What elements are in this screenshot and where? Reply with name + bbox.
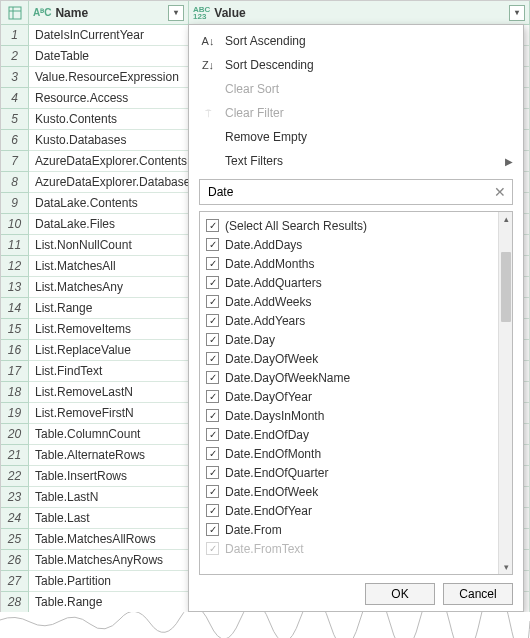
sort-descending[interactable]: Z↓ Sort Descending: [189, 53, 523, 77]
row-number[interactable]: 1: [1, 25, 29, 46]
column-dropdown-name[interactable]: ▾: [168, 5, 184, 21]
cell-name[interactable]: List.Range: [29, 298, 189, 319]
cell-name[interactable]: Table.Partition: [29, 571, 189, 592]
row-number[interactable]: 14: [1, 298, 29, 319]
cell-name[interactable]: Table.InsertRows: [29, 466, 189, 487]
search-input[interactable]: [206, 184, 490, 200]
column-header-name[interactable]: AᴮC Name ▾: [29, 1, 189, 25]
checkbox-icon[interactable]: ✓: [206, 295, 219, 308]
row-number[interactable]: 25: [1, 529, 29, 550]
filter-option[interactable]: ✓Date.DayOfWeekName: [204, 368, 494, 387]
filter-option[interactable]: ✓Date.AddDays: [204, 235, 494, 254]
checkbox-icon[interactable]: ✓: [206, 219, 219, 232]
cell-name[interactable]: List.RemoveFirstN: [29, 403, 189, 424]
filter-option[interactable]: ✓Date.EndOfMonth: [204, 444, 494, 463]
filter-option[interactable]: ✓Date.Day: [204, 330, 494, 349]
sort-ascending[interactable]: A↓ Sort Ascending: [189, 29, 523, 53]
checkbox-icon[interactable]: ✓: [206, 542, 219, 555]
checkbox-icon[interactable]: ✓: [206, 523, 219, 536]
row-number[interactable]: 3: [1, 67, 29, 88]
row-number[interactable]: 19: [1, 403, 29, 424]
cancel-button[interactable]: Cancel: [443, 583, 513, 605]
filter-option[interactable]: ✓Date.From: [204, 520, 494, 539]
select-all-corner[interactable]: [1, 1, 29, 25]
row-number[interactable]: 11: [1, 235, 29, 256]
text-filters[interactable]: Text Filters ▶: [189, 149, 523, 173]
cell-name[interactable]: List.ReplaceValue: [29, 340, 189, 361]
scroll-thumb[interactable]: [501, 252, 511, 322]
cell-name[interactable]: Table.ColumnCount: [29, 424, 189, 445]
filter-option[interactable]: ✓Date.DaysInMonth: [204, 406, 494, 425]
checkbox-icon[interactable]: ✓: [206, 409, 219, 422]
cell-name[interactable]: Table.MatchesAnyRows: [29, 550, 189, 571]
checkbox-icon[interactable]: ✓: [206, 447, 219, 460]
cell-name[interactable]: DateTable: [29, 46, 189, 67]
cell-name[interactable]: DateIsInCurrentYear: [29, 25, 189, 46]
search-box[interactable]: ✕: [199, 179, 513, 205]
checkbox-icon[interactable]: ✓: [206, 352, 219, 365]
cell-name[interactable]: List.RemoveItems: [29, 319, 189, 340]
filter-option[interactable]: ✓Date.EndOfQuarter: [204, 463, 494, 482]
row-number[interactable]: 9: [1, 193, 29, 214]
checkbox-icon[interactable]: ✓: [206, 485, 219, 498]
column-dropdown-value[interactable]: ▾: [509, 5, 525, 21]
cell-name[interactable]: List.RemoveLastN: [29, 382, 189, 403]
checkbox-icon[interactable]: ✓: [206, 314, 219, 327]
filter-option[interactable]: ✓Date.AddMonths: [204, 254, 494, 273]
filter-option[interactable]: ✓Date.AddWeeks: [204, 292, 494, 311]
column-header-value[interactable]: ABC123 Value ▾: [189, 1, 530, 25]
row-number[interactable]: 4: [1, 88, 29, 109]
cell-name[interactable]: Table.MatchesAllRows: [29, 529, 189, 550]
row-number[interactable]: 10: [1, 214, 29, 235]
scrollbar[interactable]: ▴ ▾: [498, 212, 512, 574]
row-number[interactable]: 22: [1, 466, 29, 487]
cell-name[interactable]: Kusto.Contents: [29, 109, 189, 130]
row-number[interactable]: 26: [1, 550, 29, 571]
cell-name[interactable]: DataLake.Files: [29, 214, 189, 235]
row-number[interactable]: 27: [1, 571, 29, 592]
row-number[interactable]: 28: [1, 592, 29, 613]
filter-option[interactable]: ✓Date.EndOfWeek: [204, 482, 494, 501]
cell-name[interactable]: AzureDataExplorer.Databases: [29, 172, 189, 193]
remove-empty[interactable]: Remove Empty: [189, 125, 523, 149]
row-number[interactable]: 24: [1, 508, 29, 529]
clear-search-icon[interactable]: ✕: [494, 184, 506, 200]
row-number[interactable]: 23: [1, 487, 29, 508]
filter-option[interactable]: ✓Date.AddYears: [204, 311, 494, 330]
row-number[interactable]: 16: [1, 340, 29, 361]
row-number[interactable]: 8: [1, 172, 29, 193]
filter-option[interactable]: ✓Date.EndOfDay: [204, 425, 494, 444]
filter-option[interactable]: ✓Date.AddQuarters: [204, 273, 494, 292]
cell-name[interactable]: Value.ResourceExpression: [29, 67, 189, 88]
row-number[interactable]: 13: [1, 277, 29, 298]
cell-name[interactable]: Table.Range: [29, 592, 189, 613]
ok-button[interactable]: OK: [365, 583, 435, 605]
checkbox-icon[interactable]: ✓: [206, 428, 219, 441]
checkbox-icon[interactable]: ✓: [206, 504, 219, 517]
row-number[interactable]: 20: [1, 424, 29, 445]
cell-name[interactable]: AzureDataExplorer.Contents: [29, 151, 189, 172]
cell-name[interactable]: DataLake.Contents: [29, 193, 189, 214]
row-number[interactable]: 6: [1, 130, 29, 151]
checkbox-icon[interactable]: ✓: [206, 466, 219, 479]
cell-name[interactable]: Table.Last: [29, 508, 189, 529]
cell-name[interactable]: List.FindText: [29, 361, 189, 382]
row-number[interactable]: 12: [1, 256, 29, 277]
checkbox-icon[interactable]: ✓: [206, 371, 219, 384]
row-number[interactable]: 17: [1, 361, 29, 382]
row-number[interactable]: 15: [1, 319, 29, 340]
filter-option[interactable]: ✓Date.DayOfWeek: [204, 349, 494, 368]
filter-option[interactable]: ✓(Select All Search Results): [204, 216, 494, 235]
row-number[interactable]: 21: [1, 445, 29, 466]
checkbox-icon[interactable]: ✓: [206, 238, 219, 251]
checkbox-icon[interactable]: ✓: [206, 390, 219, 403]
filter-option[interactable]: ✓Date.EndOfYear: [204, 501, 494, 520]
cell-name[interactable]: List.NonNullCount: [29, 235, 189, 256]
row-number[interactable]: 5: [1, 109, 29, 130]
checkbox-icon[interactable]: ✓: [206, 276, 219, 289]
scroll-down-icon[interactable]: ▾: [499, 560, 513, 574]
cell-name[interactable]: Table.AlternateRows: [29, 445, 189, 466]
filter-option[interactable]: ✓Date.DayOfYear: [204, 387, 494, 406]
scroll-up-icon[interactable]: ▴: [499, 212, 513, 226]
cell-name[interactable]: List.MatchesAll: [29, 256, 189, 277]
